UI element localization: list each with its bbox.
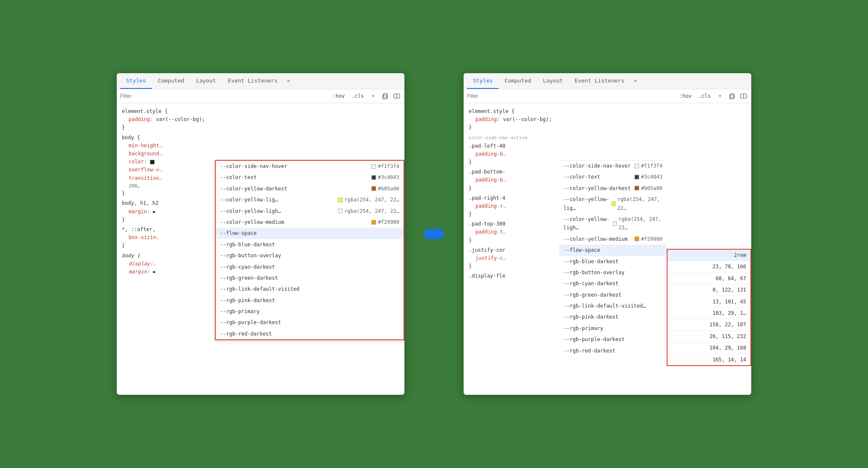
right-dd-yellow-ligh[interactable]: --color-yellow-ligh… rgba(254, 247, 22… bbox=[559, 214, 667, 234]
right-dd-rgb-purple[interactable]: --rgb-purple-darkest bbox=[559, 334, 667, 345]
left-toggle-icon[interactable] bbox=[393, 92, 401, 100]
left-tab-computed[interactable]: Computed bbox=[152, 73, 190, 89]
left-dropdown-item-rgb-link[interactable]: --rgb-link-default-visited bbox=[216, 284, 404, 295]
right-copy-icon[interactable] bbox=[728, 92, 736, 100]
svg-rect-1 bbox=[384, 94, 387, 98]
swatch-yellow-darkest bbox=[371, 186, 376, 191]
swatch-yellow-lig bbox=[338, 198, 343, 202]
left-dropdown-item-rgb-button[interactable]: --rgb-button-overlay bbox=[216, 250, 404, 261]
left-cls-button[interactable]: .cls bbox=[350, 92, 365, 100]
main-container: Styles Computed Layout Event Listeners »… bbox=[117, 73, 751, 395]
right-tab-layout[interactable]: Layout bbox=[537, 73, 569, 89]
right-dd-yellow-darkest[interactable]: --color-yellow-darkest #b05a00 bbox=[559, 183, 667, 194]
right-dd-yellow-lig[interactable]: --color-yellow-lig… rgba(254, 247, 22… bbox=[559, 194, 667, 214]
left-dropdown-item-flow-space[interactable]: --flow-space bbox=[216, 228, 404, 239]
left-tabs-bar: Styles Computed Layout Event Listeners » bbox=[117, 73, 404, 89]
left-dropdown-item-yellow-ligh[interactable]: --color-yellow-ligh… rgba(254, 247, 22… bbox=[216, 206, 404, 217]
right-dd-color-side-nav-hover[interactable]: --color-side-nav-hover #f1f3f4 bbox=[559, 160, 667, 171]
right-dd-rgb-blue[interactable]: --rgb-blue-darkest bbox=[559, 256, 667, 267]
right-tab-computed[interactable]: Computed bbox=[499, 73, 537, 89]
right-dd-label-color-text: --color-text bbox=[563, 173, 600, 181]
right-dd-label-rgb-primary: --rgb-primary bbox=[563, 324, 603, 333]
left-dropdown-item-yellow-darkest[interactable]: --color-yellow-darkest #b05a00 bbox=[216, 183, 404, 194]
left-dropdown-item-yellow-lig[interactable]: --color-yellow-lig… rgba(254, 247, 22… bbox=[216, 194, 404, 205]
right-dd-label-flow-space: --flow-space bbox=[563, 246, 600, 254]
left-tab-event-listeners[interactable]: Event Listeners bbox=[222, 73, 283, 89]
right-tab-event-listeners[interactable]: Event Listeners bbox=[569, 73, 630, 89]
svg-marker-3 bbox=[425, 226, 445, 242]
right-dd-label-yellow-medium: --color-yellow-medium bbox=[563, 235, 628, 243]
left-prop-margin-body: margin: bbox=[129, 209, 150, 215]
right-rule-partial-top: color-side-nav-active bbox=[464, 133, 751, 141]
right-prop-pad-top-t: padding-t bbox=[475, 229, 503, 235]
left-copy-icon[interactable] bbox=[381, 92, 389, 100]
right-dd-label-rgb-cyan: --rgb-cyan-darkest bbox=[563, 279, 618, 288]
right-cv-rgb-pink-val: 156, 22, 107 bbox=[667, 319, 750, 330]
right-dd-rgb-link[interactable]: --rgb-link-default-visited… bbox=[559, 300, 667, 311]
right-prop-pad-right-r: padding-r bbox=[475, 203, 503, 209]
left-panel: Styles Computed Layout Event Listeners »… bbox=[117, 73, 404, 395]
right-dd-rgb-green[interactable]: --rgb-green-darkest bbox=[559, 289, 667, 300]
right-cv-2rem: 2rem bbox=[667, 250, 750, 261]
right-tabs-bar: Styles Computed Layout Event Listeners » bbox=[464, 73, 751, 89]
right-cv-val-rgb-red: 165, 14, 14 bbox=[713, 355, 746, 364]
left-dropdown-item-rgb-blue[interactable]: --rgb-blue-darkest bbox=[216, 239, 404, 250]
right-cv-val-rgb-pink: 156, 22, 107 bbox=[709, 320, 746, 329]
right-cv-val-rgb-green: 13, 101, 45 bbox=[713, 297, 746, 306]
right-dd-label-side-nav-hover: --color-side-nav-hover bbox=[563, 162, 631, 170]
right-dd-rgb-button[interactable]: --rgb-button-overlay bbox=[559, 267, 667, 278]
right-cv-rgb-button-val: 60, 64, 67 bbox=[667, 273, 750, 284]
left-selector-element: element.style { bbox=[122, 107, 399, 116]
right-dd-rgb-red[interactable]: --rgb-red-darkest bbox=[559, 345, 667, 356]
right-selector-element: element.style { bbox=[469, 107, 746, 116]
swatch-side-nav-hover bbox=[371, 164, 376, 169]
right-dd-label-rgb-green: --rgb-green-darkest bbox=[563, 291, 621, 299]
right-dd-color-text[interactable]: --color-text #3c4043 bbox=[559, 171, 667, 182]
right-cv-rgb-link-val: 103, 29, 1… bbox=[667, 308, 750, 319]
right-filter-controls: :hov .cls + bbox=[678, 92, 748, 100]
right-filter-input[interactable] bbox=[467, 93, 675, 99]
right-add-icon[interactable]: + bbox=[716, 92, 724, 100]
right-cls-button[interactable]: .cls bbox=[697, 92, 712, 100]
left-dropdown-item-rgb-purple[interactable]: --rgb-purple-darkest bbox=[216, 317, 404, 328]
left-dropdown-item-rgb-cyan[interactable]: --rgb-cyan-darkest bbox=[216, 262, 404, 273]
left-filter-input[interactable] bbox=[120, 93, 328, 99]
left-dropdown-item-yellow-medium[interactable]: --color-yellow-medium #f29900 bbox=[216, 217, 404, 228]
right-cv-val-rgb-button: 60, 64, 67 bbox=[716, 274, 746, 283]
right-tab-styles[interactable]: Styles bbox=[467, 73, 499, 89]
right-dd-rgb-pink[interactable]: --rgb-pink-darkest bbox=[559, 311, 667, 322]
right-cv-val-rgb-link: 103, 29, 1… bbox=[713, 309, 746, 317]
right-rule-element-style: element.style { padding: var(--color-bg)… bbox=[464, 107, 751, 133]
left-value-padding: var(--color-bg); bbox=[156, 116, 205, 122]
left-dropdown-item-rgb-red[interactable]: --rgb-red-darkest bbox=[216, 328, 404, 339]
right-cv-rgb-red-val: 165, 14, 14 bbox=[667, 354, 750, 365]
right-cv-val-rgb-blue: 23, 78, 166 bbox=[713, 262, 746, 271]
left-prop-min-height: min-height bbox=[129, 143, 159, 149]
left-dropdown-item-color-side-nav-hover[interactable]: --color-side-nav-hover #f1f3f4 bbox=[216, 161, 404, 172]
right-toggle-icon[interactable] bbox=[739, 92, 748, 100]
left-dropdown-item-rgb-pink[interactable]: --rgb-pink-darkest bbox=[216, 295, 404, 306]
right-prop-justify: justify-c bbox=[475, 255, 503, 261]
left-tab-layout[interactable]: Layout bbox=[190, 73, 222, 89]
left-dropdown-item-rgb-green[interactable]: --rgb-green-darkest bbox=[216, 273, 404, 284]
left-tab-styles[interactable]: Styles bbox=[120, 73, 152, 89]
svg-rect-4 bbox=[730, 95, 733, 99]
right-dd-rgb-cyan[interactable]: --rgb-cyan-darkest bbox=[559, 278, 667, 289]
right-tab-more[interactable]: » bbox=[630, 73, 640, 89]
left-brace-close: } bbox=[122, 124, 399, 132]
right-hov-button[interactable]: :hov bbox=[678, 92, 693, 100]
right-dd-label-rgb-pink: --rgb-pink-darkest bbox=[563, 313, 618, 321]
right-dd-yellow-medium[interactable]: --color-yellow-medium #f29900 bbox=[559, 234, 667, 245]
left-add-icon[interactable]: + bbox=[369, 92, 377, 100]
left-dropdown-item-color-text[interactable]: --color-text #3c4043 bbox=[216, 172, 404, 183]
left-hov-button[interactable]: :hov bbox=[331, 92, 346, 100]
left-tab-more[interactable]: » bbox=[283, 73, 294, 89]
left-prop-display: display: bbox=[129, 261, 153, 267]
right-dd-rgb-primary[interactable]: --rgb-primary bbox=[559, 323, 667, 334]
right-cv-rgb-blue-val: 23, 78, 166 bbox=[667, 261, 750, 273]
right-dd-flow-space[interactable]: --flow-space bbox=[559, 245, 667, 256]
right-value-padding: var(--color-bg); bbox=[503, 116, 552, 122]
right-cv-val-rgb-purple: 104, 29, 168 bbox=[709, 344, 746, 352]
left-filter-bar: :hov .cls + bbox=[117, 89, 404, 103]
left-dropdown-item-rgb-primary[interactable]: --rgb-primary bbox=[216, 306, 404, 317]
